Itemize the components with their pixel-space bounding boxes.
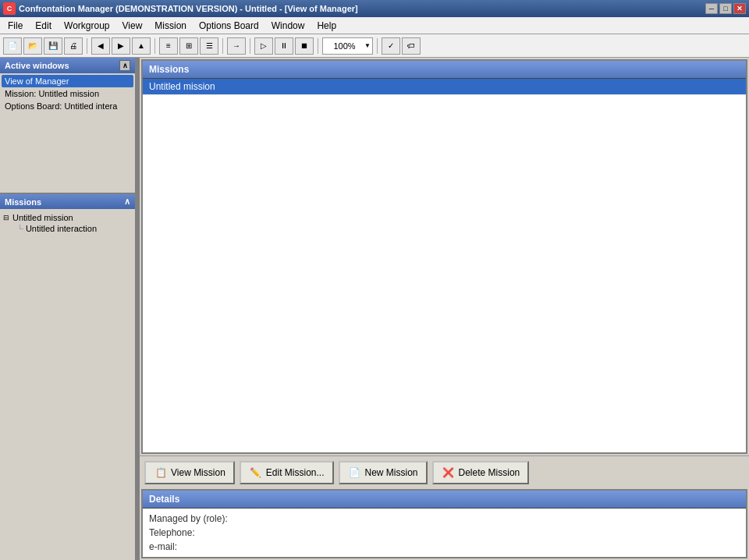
details-title: Details — [149, 494, 179, 505]
detail-telephone: Telephone: — [149, 526, 740, 540]
tb-separator-3 — [222, 38, 223, 54]
view-mission-icon: 📋 — [154, 466, 168, 480]
detail-telephone-label: Telephone: — [149, 527, 195, 538]
menu-item-window[interactable]: Window — [265, 19, 311, 33]
tb-separator-2 — [154, 38, 155, 54]
missions-tree: ⊟ Untitled mission └· Untitled interacti… — [0, 209, 135, 310]
close-button[interactable]: ✕ — [733, 3, 746, 14]
detail-managed-by: Managed by (role): — [149, 512, 740, 526]
tree-mission-label: Untitled mission — [12, 213, 73, 222]
mission-row-untitled[interactable]: Untitled mission — [143, 79, 746, 95]
detail-email: e-mail: — [149, 540, 740, 554]
tb-separator-1 — [87, 38, 87, 54]
tb-separator-5 — [318, 38, 318, 54]
right-area: Missions Untitled mission 📋 View Mission… — [140, 58, 749, 560]
toolbar: 📄 📂 💾 🖨 ◀ ▶ ▲ ≡ ⊞ ☰ → ▷ ⏸ ⏹ 100% ▼ ✓ 🏷 — [0, 34, 749, 58]
tree-item-untitled-interaction[interactable]: └· Untitled interaction — [2, 223, 133, 234]
tb-pause-btn[interactable]: ⏸ — [275, 37, 293, 55]
new-mission-button[interactable]: 📄 New Mission — [339, 461, 428, 484]
main-area: Active windows ∧ View of Manager Mission… — [0, 58, 749, 560]
detail-managed-by-label: Managed by (role): — [149, 513, 228, 524]
missions-panel-header: Missions — [143, 61, 746, 79]
tb-print-btn[interactable]: 🖨 — [64, 37, 83, 55]
zoom-dropdown-icon: ▼ — [364, 42, 371, 49]
tb-separator-4 — [250, 38, 250, 54]
menu-item-help[interactable]: Help — [311, 19, 343, 33]
details-panel: Details Managed by (role): Telephone: e-… — [141, 489, 747, 558]
menu-item-options-board[interactable]: Options Board — [193, 19, 265, 33]
active-windows-list: View of Manager Mission: Untitled missio… — [0, 73, 135, 189]
missions-panel-title: Missions — [149, 64, 189, 75]
tb-tag-btn[interactable]: 🏷 — [402, 37, 421, 55]
aw-item-mission[interactable]: Mission: Untitled mission — [2, 87, 133, 100]
tb-fwd-btn[interactable]: ▶ — [112, 37, 130, 55]
missions-tree-header: Missions ∧ — [0, 194, 135, 209]
zoom-value: 100% — [325, 41, 364, 51]
tb-play-btn[interactable]: ▷ — [254, 37, 273, 55]
zoom-control[interactable]: 100% ▼ — [322, 37, 373, 55]
tb-new-btn[interactable]: 📄 — [3, 37, 22, 55]
aw-item-options-board[interactable]: Options Board: Untitled intera — [2, 100, 133, 112]
tree-item-untitled-mission[interactable]: ⊟ Untitled mission — [2, 212, 133, 223]
tb-check-btn[interactable]: ✓ — [382, 37, 400, 55]
menu-item-edit[interactable]: Edit — [29, 19, 58, 33]
tb-up-btn[interactable]: ▲ — [132, 37, 151, 55]
tb-stop-btn[interactable]: ⏹ — [295, 37, 314, 55]
aw-item-view-manager[interactable]: View of Manager — [2, 75, 133, 87]
menu-item-mission[interactable]: Mission — [148, 19, 193, 33]
active-windows-title: Active windows — [5, 61, 69, 70]
maximize-button[interactable]: □ — [719, 3, 732, 14]
tb-filter-btn[interactable]: ≡ — [159, 37, 178, 55]
tree-expand-icon: ⊟ — [2, 213, 11, 222]
missions-list-area: Untitled mission — [143, 79, 746, 452]
edit-mission-icon: ✏️ — [249, 466, 263, 480]
edit-mission-button[interactable]: ✏️ Edit Mission... — [240, 461, 334, 484]
details-header: Details — [143, 491, 746, 509]
tree-dotted-line: └· — [17, 225, 24, 232]
delete-mission-label: Delete Mission — [459, 467, 520, 478]
tb-save-btn[interactable]: 💾 — [44, 37, 62, 55]
menu-item-workgroup[interactable]: Workgroup — [58, 19, 115, 33]
app-icon: C — [3, 2, 16, 15]
delete-mission-icon: ❌ — [442, 466, 456, 480]
tb-separator-6 — [377, 38, 378, 54]
app-title: Confrontation Manager (DEMONSTRATION VER… — [19, 4, 705, 13]
missions-tree-collapse-btn[interactable]: ∧ — [124, 197, 130, 207]
button-bar: 📋 View Mission ✏️ Edit Mission... 📄 New … — [140, 455, 749, 489]
title-bar: C Confrontation Manager (DEMONSTRATION V… — [0, 0, 749, 17]
detail-email-label: e-mail: — [149, 541, 177, 552]
left-panel: Active windows ∧ View of Manager Mission… — [0, 58, 137, 560]
tb-back-btn[interactable]: ◀ — [91, 37, 110, 55]
view-mission-button[interactable]: 📋 View Mission — [144, 461, 235, 484]
tb-open-btn[interactable]: 📂 — [23, 37, 42, 55]
edit-mission-label: Edit Mission... — [266, 467, 325, 478]
minimize-button[interactable]: ─ — [705, 3, 718, 14]
menu-item-view[interactable]: View — [116, 19, 149, 33]
menu-bar: FileEditWorkgroupViewMissionOptions Boar… — [0, 17, 749, 34]
menu-item-file[interactable]: File — [2, 19, 29, 33]
view-mission-label: View Mission — [171, 467, 225, 478]
active-windows-collapse-btn[interactable]: ∧ — [119, 60, 130, 71]
missions-list-panel: Missions Untitled mission — [141, 59, 747, 454]
details-content: Managed by (role): Telephone: e-mail: — [143, 509, 746, 557]
active-windows-header: Active windows ∧ — [0, 58, 135, 73]
tree-interaction-label: Untitled interaction — [26, 224, 97, 233]
tb-grid-btn[interactable]: ⊞ — [179, 37, 198, 55]
tb-arrow-btn[interactable]: → — [227, 37, 246, 55]
missions-tree-title: Missions — [5, 197, 41, 207]
missions-tree-section: Missions ∧ ⊟ Untitled mission └· Untitle… — [0, 194, 135, 560]
new-mission-label: New Mission — [365, 467, 418, 478]
active-windows-section: Active windows ∧ View of Manager Mission… — [0, 58, 135, 194]
delete-mission-button[interactable]: ❌ Delete Mission — [432, 461, 530, 484]
new-mission-icon: 📄 — [348, 466, 362, 480]
tb-list-btn[interactable]: ☰ — [200, 37, 218, 55]
